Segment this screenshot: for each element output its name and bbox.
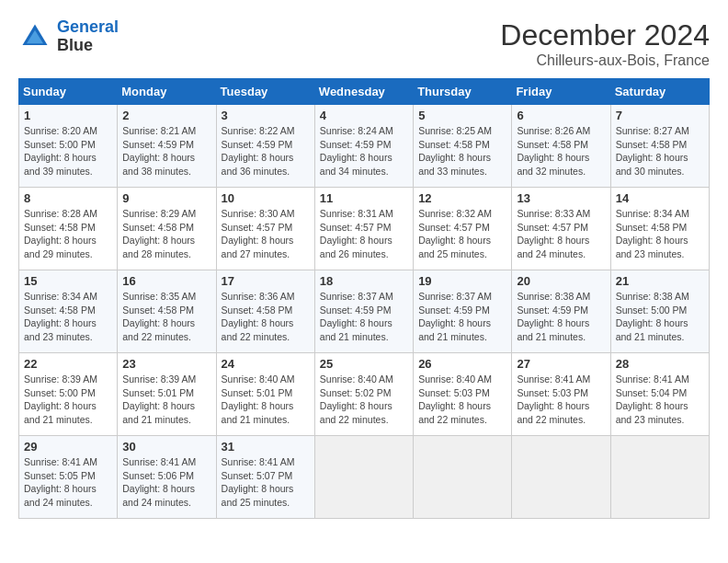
- day-cell-2: 2 Sunrise: 8:21 AM Sunset: 4:59 PM Dayli…: [118, 105, 216, 188]
- day-info: Sunrise: 8:37 AM Sunset: 4:59 PM Dayligh…: [418, 290, 506, 344]
- day-number: 15: [24, 274, 112, 288]
- month-title: December 2024: [500, 18, 710, 52]
- day-cell-31: 31 Sunrise: 8:41 AM Sunset: 5:07 PM Dayl…: [216, 436, 314, 519]
- week-row-4: 22 Sunrise: 8:39 AM Sunset: 5:00 PM Dayl…: [19, 353, 710, 436]
- day-number: 23: [122, 357, 210, 371]
- col-saturday: Saturday: [610, 79, 709, 105]
- calendar-body: 1 Sunrise: 8:20 AM Sunset: 5:00 PM Dayli…: [19, 105, 710, 519]
- empty-cell: [414, 436, 512, 519]
- day-info: Sunrise: 8:40 AM Sunset: 5:02 PM Dayligh…: [320, 373, 408, 427]
- day-info: Sunrise: 8:24 AM Sunset: 4:59 PM Dayligh…: [320, 124, 408, 178]
- empty-cell: [512, 436, 610, 519]
- day-number: 3: [222, 109, 310, 122]
- day-info: Sunrise: 8:38 AM Sunset: 4:59 PM Dayligh…: [517, 290, 605, 344]
- day-info: Sunrise: 8:39 AM Sunset: 5:01 PM Dayligh…: [122, 373, 210, 427]
- page-header: GeneralBlue December 2024 Chilleurs-aux-…: [18, 18, 710, 69]
- day-number: 14: [616, 191, 704, 205]
- day-info: Sunrise: 8:37 AM Sunset: 4:59 PM Dayligh…: [320, 290, 408, 344]
- title-block: December 2024 Chilleurs-aux-Bois, France: [500, 18, 710, 69]
- day-cell-12: 12 Sunrise: 8:32 AM Sunset: 4:57 PM Dayl…: [414, 188, 512, 270]
- day-info: Sunrise: 8:26 AM Sunset: 4:58 PM Dayligh…: [517, 124, 605, 178]
- logo-text: GeneralBlue: [57, 18, 119, 55]
- location: Chilleurs-aux-Bois, France: [500, 52, 710, 69]
- day-number: 17: [222, 274, 310, 288]
- day-info: Sunrise: 8:38 AM Sunset: 5:00 PM Dayligh…: [616, 290, 704, 344]
- day-cell-20: 20 Sunrise: 8:38 AM Sunset: 4:59 PM Dayl…: [512, 270, 610, 353]
- logo: GeneralBlue: [18, 18, 119, 55]
- day-cell-19: 19 Sunrise: 8:37 AM Sunset: 4:59 PM Dayl…: [414, 270, 512, 353]
- day-number: 16: [122, 274, 210, 288]
- col-thursday: Thursday: [414, 79, 512, 105]
- day-cell-24: 24 Sunrise: 8:40 AM Sunset: 5:01 PM Dayl…: [216, 353, 314, 436]
- day-cell-16: 16 Sunrise: 8:35 AM Sunset: 4:58 PM Dayl…: [118, 270, 216, 353]
- empty-cell: [610, 436, 709, 519]
- day-info: Sunrise: 8:27 AM Sunset: 4:58 PM Dayligh…: [616, 124, 704, 178]
- day-cell-17: 17 Sunrise: 8:36 AM Sunset: 4:58 PM Dayl…: [216, 270, 314, 353]
- day-info: Sunrise: 8:22 AM Sunset: 4:59 PM Dayligh…: [222, 124, 310, 178]
- day-info: Sunrise: 8:33 AM Sunset: 4:57 PM Dayligh…: [517, 207, 605, 261]
- day-number: 10: [222, 191, 310, 205]
- day-number: 8: [24, 191, 112, 205]
- week-row-3: 15 Sunrise: 8:34 AM Sunset: 4:58 PM Dayl…: [19, 270, 710, 353]
- day-number: 28: [616, 357, 704, 371]
- day-number: 18: [320, 274, 408, 288]
- day-cell-27: 27 Sunrise: 8:41 AM Sunset: 5:03 PM Dayl…: [512, 353, 610, 436]
- day-info: Sunrise: 8:28 AM Sunset: 4:58 PM Dayligh…: [24, 207, 112, 261]
- day-cell-6: 6 Sunrise: 8:26 AM Sunset: 4:58 PM Dayli…: [512, 105, 610, 188]
- day-cell-28: 28 Sunrise: 8:41 AM Sunset: 5:04 PM Dayl…: [610, 353, 709, 436]
- day-number: 12: [418, 191, 506, 205]
- logo-icon: [18, 20, 51, 53]
- day-cell-9: 9 Sunrise: 8:29 AM Sunset: 4:58 PM Dayli…: [118, 188, 216, 270]
- day-info: Sunrise: 8:31 AM Sunset: 4:57 PM Dayligh…: [320, 207, 408, 261]
- day-number: 9: [122, 191, 210, 205]
- day-info: Sunrise: 8:41 AM Sunset: 5:03 PM Dayligh…: [517, 373, 605, 427]
- day-number: 21: [616, 274, 704, 288]
- day-cell-8: 8 Sunrise: 8:28 AM Sunset: 4:58 PM Dayli…: [19, 188, 118, 270]
- day-cell-25: 25 Sunrise: 8:40 AM Sunset: 5:02 PM Dayl…: [314, 353, 413, 436]
- day-number: 25: [320, 357, 408, 371]
- calendar-table: Sunday Monday Tuesday Wednesday Thursday…: [18, 78, 710, 519]
- day-info: Sunrise: 8:40 AM Sunset: 5:01 PM Dayligh…: [222, 373, 310, 427]
- day-cell-11: 11 Sunrise: 8:31 AM Sunset: 4:57 PM Dayl…: [314, 188, 413, 270]
- empty-cell: [314, 436, 413, 519]
- day-number: 19: [418, 274, 506, 288]
- day-info: Sunrise: 8:34 AM Sunset: 4:58 PM Dayligh…: [616, 207, 704, 261]
- day-info: Sunrise: 8:41 AM Sunset: 5:07 PM Dayligh…: [222, 455, 310, 510]
- header-row: Sunday Monday Tuesday Wednesday Thursday…: [19, 79, 710, 105]
- day-number: 31: [222, 440, 310, 454]
- day-cell-23: 23 Sunrise: 8:39 AM Sunset: 5:01 PM Dayl…: [118, 353, 216, 436]
- col-friday: Friday: [512, 79, 610, 105]
- day-cell-10: 10 Sunrise: 8:30 AM Sunset: 4:57 PM Dayl…: [216, 188, 314, 270]
- day-cell-7: 7 Sunrise: 8:27 AM Sunset: 4:58 PM Dayli…: [610, 105, 709, 188]
- day-info: Sunrise: 8:35 AM Sunset: 4:58 PM Dayligh…: [122, 290, 210, 344]
- day-info: Sunrise: 8:41 AM Sunset: 5:04 PM Dayligh…: [616, 373, 704, 427]
- day-cell-3: 3 Sunrise: 8:22 AM Sunset: 4:59 PM Dayli…: [216, 105, 314, 188]
- day-info: Sunrise: 8:29 AM Sunset: 4:58 PM Dayligh…: [122, 207, 210, 261]
- day-number: 4: [320, 109, 408, 122]
- col-tuesday: Tuesday: [216, 79, 314, 105]
- day-info: Sunrise: 8:34 AM Sunset: 4:58 PM Dayligh…: [24, 290, 112, 344]
- day-info: Sunrise: 8:25 AM Sunset: 4:58 PM Dayligh…: [418, 124, 506, 178]
- day-number: 24: [222, 357, 310, 371]
- day-number: 5: [418, 109, 506, 122]
- col-wednesday: Wednesday: [314, 79, 413, 105]
- day-number: 7: [616, 109, 704, 122]
- day-number: 2: [122, 109, 210, 122]
- day-info: Sunrise: 8:36 AM Sunset: 4:58 PM Dayligh…: [222, 290, 310, 344]
- day-cell-30: 30 Sunrise: 8:41 AM Sunset: 5:06 PM Dayl…: [118, 436, 216, 519]
- week-row-2: 8 Sunrise: 8:28 AM Sunset: 4:58 PM Dayli…: [19, 188, 710, 270]
- day-cell-13: 13 Sunrise: 8:33 AM Sunset: 4:57 PM Dayl…: [512, 188, 610, 270]
- day-info: Sunrise: 8:39 AM Sunset: 5:00 PM Dayligh…: [24, 373, 112, 427]
- col-monday: Monday: [118, 79, 216, 105]
- col-sunday: Sunday: [19, 79, 118, 105]
- day-number: 26: [418, 357, 506, 371]
- day-cell-26: 26 Sunrise: 8:40 AM Sunset: 5:03 PM Dayl…: [414, 353, 512, 436]
- day-info: Sunrise: 8:41 AM Sunset: 5:06 PM Dayligh…: [122, 455, 210, 510]
- day-info: Sunrise: 8:30 AM Sunset: 4:57 PM Dayligh…: [222, 207, 310, 261]
- day-number: 30: [122, 440, 210, 454]
- day-info: Sunrise: 8:40 AM Sunset: 5:03 PM Dayligh…: [418, 373, 506, 427]
- week-row-5: 29 Sunrise: 8:41 AM Sunset: 5:05 PM Dayl…: [19, 436, 710, 519]
- day-cell-14: 14 Sunrise: 8:34 AM Sunset: 4:58 PM Dayl…: [610, 188, 709, 270]
- day-cell-22: 22 Sunrise: 8:39 AM Sunset: 5:00 PM Dayl…: [19, 353, 118, 436]
- day-cell-18: 18 Sunrise: 8:37 AM Sunset: 4:59 PM Dayl…: [314, 270, 413, 353]
